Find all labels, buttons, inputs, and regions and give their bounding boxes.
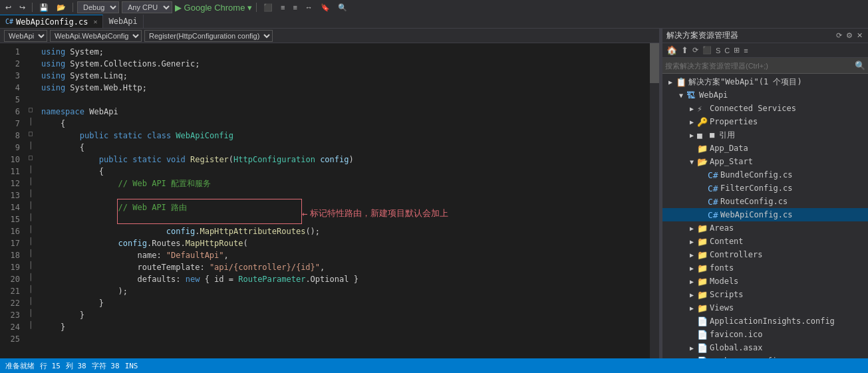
- code-line-2: using System.Collections.Generic;: [36, 58, 650, 70]
- solution-settings-btn[interactable]: ⚙: [845, 31, 854, 40]
- solution-search-input[interactable]: [665, 62, 855, 70]
- favicon-label: favicon.ico: [710, 330, 762, 339]
- tree-filter-config[interactable]: C# FilterConfig.cs: [662, 182, 868, 195]
- code-line-8: public static class WebApiConfig: [36, 130, 650, 142]
- expand-areas[interactable]: ▶: [686, 225, 697, 232]
- folder-content-icon: 📁: [697, 237, 708, 247]
- tree-app-data[interactable]: 📁 App_Data: [662, 142, 868, 155]
- sol-btn-2[interactable]: ⬆: [680, 45, 690, 55]
- project-select[interactable]: WebApi: [4, 30, 47, 42]
- controllers-label: Controllers: [710, 250, 762, 259]
- expand-models[interactable]: ▶: [686, 278, 697, 285]
- project-label: WebApi: [699, 90, 728, 100]
- global-asax-label: Global.asax: [710, 343, 762, 352]
- run-button[interactable]: ▶ Google Chrome ▾: [175, 3, 252, 13]
- tree-references[interactable]: ▶ ■ ■ 引用: [662, 128, 868, 142]
- config-appinsights-icon: 📄: [697, 316, 708, 326]
- toolbar-misc5[interactable]: 🔖: [318, 3, 333, 13]
- connected-icon: ⚡: [697, 104, 708, 114]
- app-start-label: App_Start: [710, 157, 753, 166]
- folder-models-icon: 📁: [697, 277, 708, 287]
- scrollbar-thumb[interactable]: [650, 43, 659, 83]
- tree-app-insights[interactable]: 📄 ApplicationInsights.config: [662, 314, 868, 328]
- tree-models[interactable]: ▶ 📁 Models: [662, 275, 868, 288]
- code-line-10: public static void Register(HttpConfigur…: [36, 154, 650, 166]
- tree-fonts[interactable]: ▶ 📁 fonts: [662, 261, 868, 275]
- tree-content[interactable]: ▶ 📁 Content: [662, 235, 868, 248]
- sol-btn-3[interactable]: ⟳: [691, 46, 700, 55]
- code-line-17: config.Routes.MapHttpRoute(: [36, 237, 650, 249]
- sol-btn-6[interactable]: C: [723, 47, 731, 55]
- expand-fonts[interactable]: ▶: [686, 265, 697, 272]
- solution-icon: 📋: [676, 77, 686, 87]
- expand-views[interactable]: ▶: [686, 305, 697, 312]
- expand-webapi[interactable]: ▼: [676, 92, 686, 99]
- expand-controllers[interactable]: ▶: [686, 251, 697, 259]
- tree-app-start[interactable]: ▼ 📂 App_Start: [662, 155, 868, 168]
- tab-close-webapi[interactable]: ✕: [93, 18, 97, 25]
- tree-controllers[interactable]: ▶ 📁 Controllers: [662, 248, 868, 261]
- solution-close-btn[interactable]: ✕: [855, 31, 864, 40]
- line-numbers: 12345 678910 1112131415 1617181920 21222…: [0, 43, 25, 358]
- tab-webapi[interactable]: WebApi: [103, 15, 143, 28]
- editor-scrollbar[interactable]: [650, 43, 659, 358]
- tab-webapi-label: WebApi: [108, 17, 137, 26]
- expand-connected[interactable]: ▶: [686, 105, 697, 112]
- code-line-12: // Web API 配置和服务: [36, 178, 650, 189]
- toolbar-misc4[interactable]: ↔: [303, 3, 315, 12]
- sol-btn-8[interactable]: ≡: [742, 47, 749, 55]
- sol-btn-5[interactable]: S: [714, 47, 722, 55]
- toolbar-open[interactable]: 📂: [54, 3, 69, 13]
- solution-search-bar: 🔍: [662, 58, 868, 74]
- expand-global[interactable]: ▶: [686, 344, 697, 352]
- toolbar-undo[interactable]: ↩: [3, 3, 14, 13]
- tree-solution-root[interactable]: ▶ 📋 解决方案"WebApi"(1 个项目): [662, 75, 868, 88]
- expand-properties[interactable]: ▶: [686, 118, 697, 126]
- toolbar-sep3: [256, 3, 257, 12]
- tree-properties[interactable]: ▶ 🔑 Properties: [662, 115, 868, 128]
- toolbar-redo[interactable]: ↪: [17, 3, 28, 13]
- toolbar-misc6[interactable]: 🔍: [335, 3, 350, 13]
- route-config-label: RouteConfig.cs: [720, 197, 788, 206]
- code-line-13: [36, 189, 650, 201]
- expand-scripts[interactable]: ▶: [686, 291, 697, 299]
- app-data-label: App_Data: [710, 144, 748, 153]
- tree-route-config[interactable]: C# RouteConfig.cs: [662, 195, 868, 208]
- class-select[interactable]: WebApi.WebApiConfig: [50, 30, 142, 42]
- main-toolbar: ↩ ↪ 💾 📂 Debug Any CPU ▶ Google Chrome ▾ …: [0, 0, 868, 15]
- solution-explorer-title: 解决方案资源管理器: [666, 30, 738, 41]
- tree-webapi-project[interactable]: ▼ 🏗 WebApi: [662, 88, 868, 102]
- code-line-1: using System;: [36, 46, 650, 58]
- tree-scripts[interactable]: ▶ 📁 Scripts: [662, 288, 868, 301]
- code-line-19: routeTemplate: "api/{controller}/{id}",: [36, 261, 650, 273]
- platform-dropdown[interactable]: Any CPU: [122, 1, 172, 13]
- expand-solution[interactable]: ▶: [665, 78, 676, 86]
- solution-header-buttons: ⟳ ⚙ ✕: [835, 31, 864, 40]
- tab-webapi-config[interactable]: C# WebApiConfig.cs ✕: [0, 15, 103, 28]
- tree-areas[interactable]: ▶ 📁 Areas: [662, 221, 868, 235]
- cs-bundle-icon: C#: [708, 170, 718, 180]
- tree-connected-services[interactable]: ▶ ⚡ Connected Services: [662, 102, 868, 115]
- tree-bundle-config[interactable]: C# BundleConfig.cs: [662, 168, 868, 182]
- debug-dropdown[interactable]: Debug: [77, 1, 119, 13]
- tree-webapi-config[interactable]: C# WebApiConfig.cs: [662, 208, 868, 221]
- tree-favicon[interactable]: 📄 favicon.ico: [662, 328, 868, 341]
- solution-sync-btn[interactable]: ⟳: [835, 31, 843, 40]
- code-area[interactable]: using System; using System.Collections.G…: [36, 43, 650, 358]
- toolbar-misc1[interactable]: ⬛: [261, 3, 275, 13]
- sol-btn-4[interactable]: ⬛: [701, 46, 713, 55]
- tree-views[interactable]: ▶ 📁 Views: [662, 301, 868, 314]
- expand-app-start[interactable]: ▼: [686, 158, 697, 166]
- toolbar-misc2[interactable]: ≡: [278, 3, 287, 12]
- expand-references[interactable]: ▶: [686, 132, 697, 139]
- webapi-config-label: WebApiConfig.cs: [720, 210, 792, 219]
- method-select[interactable]: Register(HttpConfiguration config): [144, 30, 273, 42]
- sol-btn-7[interactable]: ⊞: [732, 46, 741, 55]
- tree-global-asax[interactable]: ▶ 📄 Global.asax: [662, 341, 868, 354]
- sol-btn-1[interactable]: 🏠: [665, 45, 678, 55]
- toolbar-save[interactable]: 💾: [37, 3, 51, 13]
- code-line-9: {: [36, 142, 650, 154]
- expand-content[interactable]: ▶: [686, 238, 697, 245]
- toolbar-misc3[interactable]: ≡: [290, 3, 299, 12]
- code-line-22: }: [36, 297, 650, 309]
